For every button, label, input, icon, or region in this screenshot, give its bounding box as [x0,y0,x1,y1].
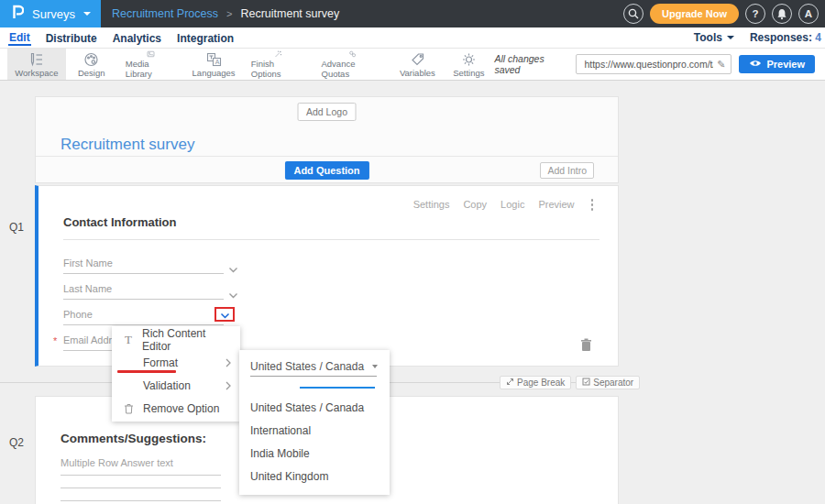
variables-tag-icon [410,52,425,67]
menu-item-validation[interactable]: Validation [112,374,240,397]
responses-label: Responses: [750,31,812,44]
search-icon[interactable] [623,4,644,24]
avatar[interactable]: A [798,4,819,24]
surveys-menu[interactable]: Surveys [0,0,101,27]
divider [63,239,600,240]
menu-item-rich-content-editor[interactable]: T Rich Content Editor [112,328,240,351]
select-caret-icon[interactable] [372,365,378,368]
separator-icon [582,378,590,388]
multirow-answer-placeholder[interactable]: Multiple Row Answer text [60,457,173,468]
topbar-actions: Upgrade Now ? A [623,4,825,24]
question-actions: Settings Copy Logic Preview [413,199,593,211]
preview-button[interactable]: Preview [739,55,815,73]
menu-item-label: Rich Content Editor [142,327,231,353]
svg-text:A: A [214,59,219,65]
upgrade-now-button[interactable]: Upgrade Now [650,4,739,24]
format-option-international[interactable]: International [239,419,390,442]
toolbar-item-label: Media Library [126,59,177,79]
row-options-context-menu: T Rich Content Editor Format Validation … [112,326,240,422]
question-logic-link[interactable]: Logic [500,199,524,210]
tabbar-right: Tools Responses: 4 [694,31,825,44]
toolbar-item-advance-quotas[interactable]: Advance Quotas [314,49,392,80]
add-question-button[interactable]: Add Question [284,161,368,180]
format-option-us-canada[interactable]: United States / Canada [239,396,390,419]
phone-format-submenu: United States / Canada United States / C… [239,350,390,495]
toolbar-item-variables[interactable]: Variables [391,49,443,80]
format-options-list: United States / Canada International Ind… [239,396,390,488]
toolbar-item-label: Design [78,68,105,78]
field-last-name-chevron-icon[interactable] [228,286,238,302]
add-logo-button[interactable]: Add Logo [297,103,357,121]
add-intro-button[interactable]: Add Intro [540,162,594,179]
tab-integration[interactable]: Integration [176,30,235,45]
toolbar-item-label: Languages [192,68,236,78]
field-first-name-chevron-icon[interactable] [228,260,238,277]
survey-title[interactable]: Recruitment survey [60,136,194,154]
active-indicator [300,387,375,389]
field-last-name[interactable]: Last Name [63,279,224,300]
annotation-highlight-box [214,307,235,322]
select-underline [250,376,377,377]
menu-item-remove-option[interactable]: Remove Option [112,397,240,420]
field-first-name[interactable]: First Name [63,254,224,274]
more-options-icon[interactable] [591,199,594,211]
menu-item-label: Format [143,356,178,369]
toolbar-item-label: Advance Quotas [322,59,384,79]
toolbar-item-label: Variables [400,68,435,78]
trash-icon [122,403,136,414]
question-settings-link[interactable]: Settings [413,199,450,210]
toolbar-item-label: Finish Options [251,59,305,79]
advance-quotas-icon [345,50,360,58]
product-label: Surveys [32,7,75,21]
toolbar-item-design[interactable]: Design [66,49,117,80]
format-option-india-mobile[interactable]: India Mobile [239,442,390,465]
field-phone[interactable]: Phone [63,305,224,325]
menu-item-label: Validation [143,379,191,392]
question-2-title[interactable]: Comments/Suggestions: [60,432,206,445]
required-marker: * [53,335,57,346]
question-1-title[interactable]: Contact Information [63,215,177,229]
design-palette-icon [83,52,99,67]
help-button[interactable]: ? [745,4,765,24]
toolbar-right: All changes saved ✎ Preview [494,49,825,80]
tools-menu[interactable]: Tools [694,31,734,44]
question-preview-link[interactable]: Preview [538,199,574,210]
separator-button[interactable]: Separator [576,376,640,389]
menu-item-label: Remove Option [143,402,219,415]
settings-gear-icon [461,52,477,67]
breadcrumb-current: Recruitment survey [240,7,339,20]
tab-distribute[interactable]: Distribute [45,30,98,45]
annotation-underline [117,370,176,373]
toolbar-item-finish-options[interactable]: Finish Options [243,49,314,80]
editor-toolbar: Workspace Design Media Library A Languag… [0,48,825,81]
field-phone-chevron-icon[interactable] [220,306,230,323]
languages-icon: A [206,52,222,67]
survey-url-box: ✎ [576,54,732,74]
media-library-icon [143,50,159,58]
eye-icon [749,59,762,70]
tools-label: Tools [694,31,722,44]
tab-analytics[interactable]: Analytics [112,30,162,45]
toolbar-item-media-library[interactable]: Media Library [117,49,185,80]
answer-line [60,488,221,488]
question-copy-link[interactable]: Copy [463,199,487,210]
notifications-bell-icon[interactable] [772,4,792,24]
answer-line [60,475,221,476]
page-break-button[interactable]: Page Break [500,376,571,389]
delete-question-trash-icon[interactable] [580,338,592,356]
format-select-value[interactable]: United States / Canada [250,360,364,373]
text-icon: T [122,333,135,347]
page-controls: Page Break Separator [500,376,640,389]
breadcrumb-folder[interactable]: Recruitment Process [112,7,218,20]
question-1-label: Q1 [9,221,24,234]
toolbar-item-workspace[interactable]: Workspace [7,49,66,80]
format-option-united-kingdom[interactable]: United Kingdom [239,465,390,488]
survey-url-input[interactable] [584,59,713,70]
toolbar-item-languages[interactable]: A Languages [184,49,242,80]
responses-link[interactable]: Responses: 4 [750,31,821,44]
toolbar-item-settings[interactable]: Settings [443,49,494,80]
chevron-down-icon [727,36,734,39]
edit-url-pencil-icon[interactable]: ✎ [717,59,725,71]
question-2-label: Q2 [9,436,24,449]
tab-edit[interactable]: Edit [8,29,31,46]
